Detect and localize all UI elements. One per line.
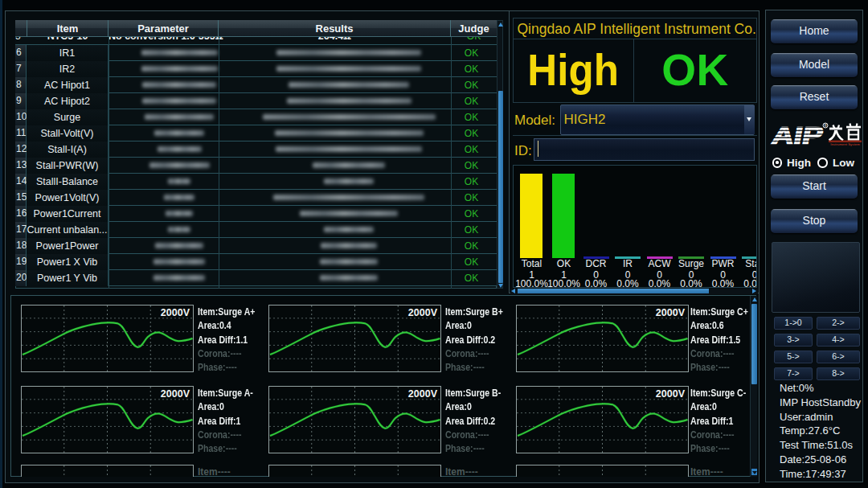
- svg-text:Instrument System: Instrument System: [830, 142, 860, 146]
- svg-text:AIP: AIP: [770, 121, 825, 148]
